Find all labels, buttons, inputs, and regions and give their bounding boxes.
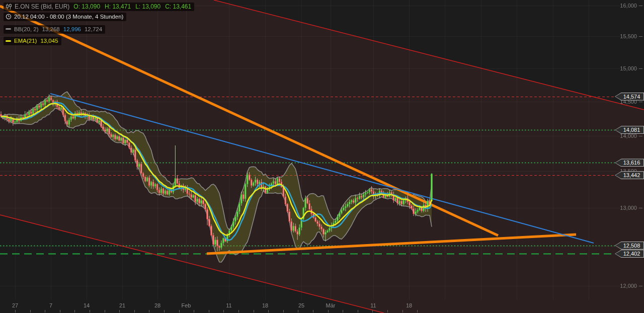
price-level-tag: 14,081 [615, 126, 644, 134]
ohlc-low: L: 13,090 [135, 3, 160, 10]
price-level-tag: 12,402 [615, 250, 644, 258]
legend-bollinger-row: BB(20, 2) 13,268 12,996 12,724 [4, 23, 194, 34]
price-level-tag: 13,616 [615, 159, 644, 167]
instrument-title: E.ON SE (Bid, EUR) [15, 3, 69, 10]
bollinger-label: BB(20, 2) [14, 26, 39, 33]
y-axis-label: 13,000 [620, 204, 637, 211]
x-axis-label: 21 [119, 302, 125, 308]
x-axis-label: 14 [84, 302, 90, 308]
ohlc-open: O: 13,090 [73, 3, 100, 10]
x-axis-label: Mär [326, 302, 336, 308]
x-axis-label: 18 [262, 302, 268, 308]
bollinger-middle-value: 12,996 [63, 26, 81, 33]
bollinger-line-icon [6, 28, 11, 30]
candlestick-chart-icon [6, 4, 12, 10]
price-level-tag: 13,442 [615, 171, 644, 179]
ema-line-icon [6, 40, 11, 42]
legend-ema-row: EMA(21) 13,045 [4, 35, 194, 46]
y-axis-label: 12,000 [620, 282, 637, 289]
y-axis-label: 15,500 [620, 33, 637, 40]
y-axis-label: 16,000 [620, 2, 637, 9]
y-axis-label: 15,000 [620, 65, 637, 72]
x-axis-label: 25 [298, 302, 304, 308]
legend-instrument-row: E.ON SE (Bid, EUR) O: 13,090 H: 13,471 L… [4, 3, 194, 12]
chart-legend: E.ON SE (Bid, EUR) O: 13,090 H: 13,471 L… [4, 3, 194, 46]
x-axis-label: Feb [182, 302, 191, 308]
ema-value: 13,045 [40, 37, 58, 44]
ohlc-high: H: 13,471 [105, 3, 131, 10]
clock-icon [6, 14, 12, 20]
ema-label: EMA(21) [14, 37, 37, 44]
x-axis-label: 28 [154, 302, 160, 308]
trading-chart-window: E.ON SE (Bid, EUR) O: 13,090 H: 13,471 L… [0, 0, 644, 313]
x-axis-label: 18 [406, 302, 412, 308]
price-level-tag: 14,574 [615, 93, 644, 101]
bollinger-upper-value: 13,268 [42, 26, 60, 33]
price-chart-canvas[interactable] [0, 0, 644, 313]
price-level-tag: 12,508 [615, 242, 644, 250]
legend-timeframe-row: 20.12 04:00 - 08:00 (3 Monate, 4 Stunden… [4, 13, 194, 22]
x-axis-label: 11 [370, 302, 376, 308]
x-axis-label: 27 [12, 302, 18, 308]
x-axis-label: 11 [226, 302, 231, 308]
x-axis-label: 7 [49, 302, 52, 308]
timeframe-label: 20.12 04:00 - 08:00 (3 Monate, 4 Stunden… [14, 13, 123, 20]
bollinger-lower-value: 12,724 [85, 26, 102, 33]
ohlc-close: C: 13,461 [165, 3, 191, 10]
